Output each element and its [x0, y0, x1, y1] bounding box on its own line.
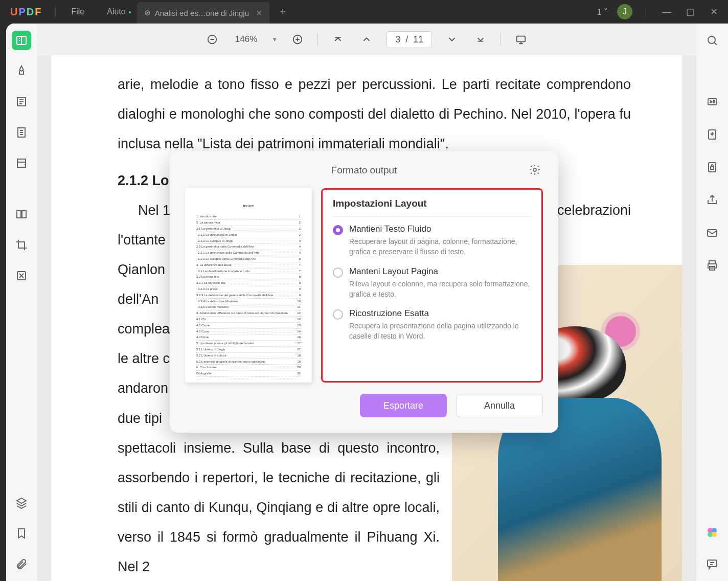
export-modal: Formato output Indice 1. Introduzione1 2…: [170, 151, 558, 433]
layout-settings-title: Impostazioni Layout: [333, 198, 531, 217]
radio-page-layout[interactable]: Manteni Layout Pagina Rileva layout e co…: [333, 266, 531, 300]
radio-exact[interactable]: Ricostruzione Esatta Recupera la present…: [333, 308, 531, 342]
radio-description: Recuperare layout di pagina, colonne, fo…: [349, 236, 531, 257]
radio-label: Mantieni Testo Fluido: [349, 224, 531, 234]
radio-description: Rileva layout e colonne, ma recupera sol…: [349, 279, 531, 300]
svg-point-24: [533, 168, 536, 171]
radio-flowing-text[interactable]: Mantieni Testo Fluido Recuperare layout …: [333, 224, 531, 257]
modal-title: Formato output: [331, 165, 397, 176]
radio-icon: [333, 267, 343, 278]
radio-label: Manteni Layout Pagina: [349, 266, 531, 277]
modal-settings-button[interactable]: [529, 164, 541, 178]
modal-backdrop: Formato output Indice 1. Introduzione1 2…: [0, 0, 728, 581]
radio-icon: [333, 225, 343, 235]
preview-panel: Indice 1. Introduzione1 2. La panoramica…: [185, 188, 312, 383]
layout-settings-panel: Impostazioni Layout Mantieni Testo Fluid…: [321, 188, 543, 383]
radio-label: Ricostruzione Esatta: [349, 308, 531, 319]
radio-description: Recupera la presentazione della pagina u…: [349, 321, 531, 342]
radio-icon: [333, 309, 343, 320]
export-button[interactable]: Esportare: [360, 394, 447, 417]
cancel-button[interactable]: Annulla: [456, 394, 543, 417]
